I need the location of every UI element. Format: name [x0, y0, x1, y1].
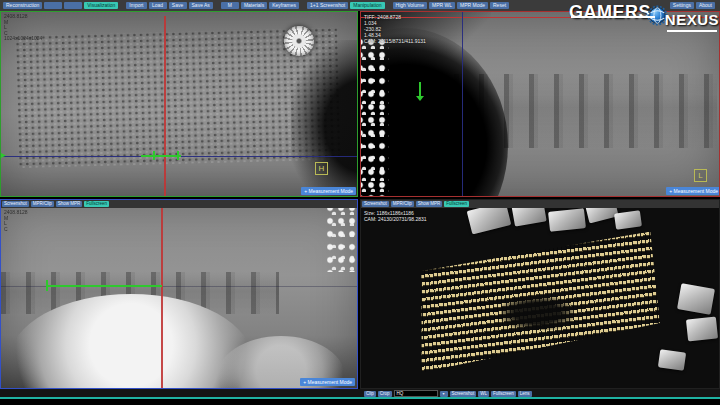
- load-button[interactable]: Load: [149, 2, 167, 9]
- component-3d: [686, 316, 718, 341]
- manipulation-button[interactable]: Manipulation: [350, 2, 384, 9]
- slice-indicator-arrowhead: [416, 96, 424, 101]
- mpr-clip-button[interactable]: MPR/Clip: [31, 201, 54, 207]
- ct-bright-speckles: [360, 38, 389, 196]
- reconstruction-button[interactable]: Reconstruction: [3, 2, 42, 9]
- measurement-mode-badge[interactable]: + Measurement Mode: [666, 187, 720, 195]
- cam-24115-8731-411-9131-text: CAM: 24115/8731/411.9131: [364, 38, 426, 44]
- mpr-view-top-right[interactable]: TIFF: 2408.87281.034-230.821.48.34CAM: 2…: [360, 11, 720, 197]
- logo-text-gamers: GAMERS: [569, 1, 651, 23]
- render-button-group: ScreenshotWLFullscreenLens: [450, 391, 532, 397]
- item-2-button[interactable]: [64, 2, 82, 9]
- crosshair-green-segment[interactable]: [141, 155, 181, 157]
- view-toolbar: ScreenshotMPR/ClipShow MPRFullscreen: [361, 200, 719, 208]
- crop-button[interactable]: Crop: [378, 391, 392, 397]
- component-3d: [614, 210, 642, 229]
- toolbar-button-group: ReconstructionVisualizationImportLoadSav…: [3, 2, 509, 9]
- slice-indicator-green[interactable]: [419, 82, 421, 96]
- component-3d: [658, 349, 686, 370]
- fullscreen-button[interactable]: Fullscreen: [84, 201, 109, 207]
- gamersnexus-logo: GAMERS NEXUS: [569, 1, 719, 35]
- screenshot-button[interactable]: Screenshot: [2, 201, 29, 207]
- gear-object-image: [284, 26, 314, 56]
- logo-text-nexus: NEXUS: [665, 12, 719, 28]
- lens-button[interactable]: Lens: [518, 391, 532, 397]
- component-3d: [677, 283, 715, 315]
- gear-core: [292, 34, 306, 48]
- 1-1-screenshot-button[interactable]: 1+1 Screenshot: [307, 2, 348, 9]
- 1024x1024x1024-text: 1024x1024x1024: [4, 36, 42, 42]
- fullscreen-button[interactable]: Fullscreen: [491, 391, 516, 397]
- screenshot-button[interactable]: Screenshot: [450, 391, 477, 397]
- measurement-mode-badge[interactable]: + Measurement Mode: [300, 378, 355, 386]
- mpr-view-bottom-left[interactable]: ScreenshotMPR/ClipShow MPRFullscreen 240…: [0, 199, 358, 389]
- orientation-label-l: L: [694, 169, 707, 182]
- measurement-mode-badge[interactable]: + Measurement Mode: [301, 187, 356, 195]
- show-mpr-button[interactable]: Show MPR: [56, 201, 83, 207]
- mpr-mode-button[interactable]: MPR Mode: [457, 2, 488, 9]
- crosshair-green-tick-left: [153, 151, 155, 160]
- reset-button[interactable]: Reset: [490, 2, 509, 9]
- crosshair-green-segment[interactable]: [46, 285, 162, 287]
- view-info-overlay: Size: 1186x1186x1186CAM: 24130/20731/98.…: [364, 210, 427, 222]
- view-info-overlay: 2408.8128MLC1024x1024x1024: [4, 14, 42, 42]
- show-mpr-button[interactable]: Show MPR: [416, 201, 443, 207]
- view-info-overlay: TIFF: 2408.87281.034-230.821.48.34CAM: 2…: [364, 14, 426, 44]
- render-controls: ClipCrop HQ ▾ ScreenshotWLFullscreenLens: [364, 390, 532, 397]
- crosshair-vertical-blue[interactable]: [462, 12, 463, 196]
- point-cloud-void: [501, 296, 573, 330]
- save-button[interactable]: Save: [169, 2, 187, 9]
- render-view-3d[interactable]: ScreenshotMPR/ClipShow MPRFullscreen Siz…: [360, 199, 720, 389]
- visualization-button[interactable]: Visualization: [84, 2, 118, 9]
- m-button[interactable]: M: [221, 2, 239, 9]
- ct-bright-speckles: [327, 204, 358, 272]
- screenshot-button[interactable]: Screenshot: [362, 201, 389, 207]
- cam-24130-20731-98-2831-text: CAM: 24130/20731/98.2831: [364, 216, 427, 222]
- clip-button[interactable]: Clip: [364, 391, 376, 397]
- save-as-button[interactable]: Save As: [189, 2, 213, 9]
- logo-underline-top: [571, 16, 655, 18]
- view-toolbar: ScreenshotMPR/ClipShow MPRFullscreen: [1, 200, 357, 208]
- crosshair-green-tick-right: [177, 151, 179, 160]
- keyframes-button[interactable]: Keyframes: [269, 2, 299, 9]
- item-1-button[interactable]: [44, 2, 62, 9]
- slice-indicator-arrow: [1, 153, 6, 158]
- import-button[interactable]: Import: [126, 2, 146, 9]
- view-info-overlay: 2408.8128MLC: [4, 210, 28, 232]
- c-text: C: [4, 227, 28, 233]
- accent-divider: [0, 397, 720, 399]
- materials-button[interactable]: Materials: [241, 2, 267, 9]
- component-3d: [548, 208, 586, 232]
- fullscreen-button[interactable]: Fullscreen: [444, 201, 469, 207]
- crosshair-vertical-red[interactable]: [164, 16, 166, 196]
- clip-crop-group: ClipCrop: [364, 391, 392, 397]
- mpr-wl-button[interactable]: MPR WL: [429, 2, 455, 9]
- orientation-label-h: H: [315, 162, 328, 175]
- quality-dropdown-button[interactable]: ▾: [440, 391, 448, 397]
- high-volume-button[interactable]: High Volume: [393, 2, 427, 9]
- wl-button[interactable]: WL: [478, 391, 489, 397]
- render-quality-input[interactable]: HQ: [394, 390, 438, 397]
- crosshair-vertical-red[interactable]: [161, 208, 163, 388]
- mpr-view-top-left[interactable]: 2408.8128MLC1024x1024x1024 H + Measureme…: [0, 11, 358, 197]
- crosshair-green-tick: [46, 280, 48, 291]
- logo-underline-bottom: [667, 30, 717, 32]
- bottom-bar: ClipCrop HQ ▾ ScreenshotWLFullscreenLens: [0, 389, 720, 397]
- mpr-clip-button[interactable]: MPR/Clip: [391, 201, 414, 207]
